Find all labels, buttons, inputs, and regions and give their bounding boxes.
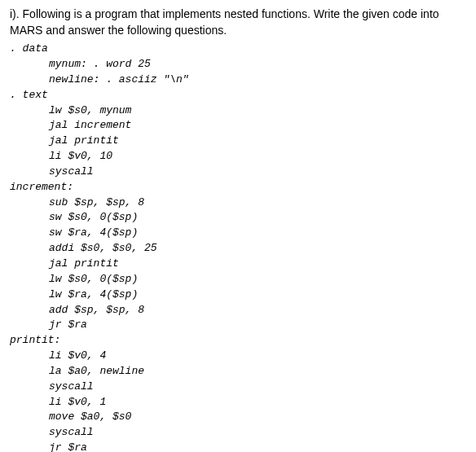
printit-instruction: li $v0, 4	[49, 349, 466, 364]
data-section-label: . data	[10, 42, 466, 57]
increment-instruction: lw $ra, 4($sp)	[49, 287, 466, 303]
increment-instruction: addi $s0, $s0, 25	[49, 241, 466, 257]
increment-instruction: jr $ra	[49, 318, 466, 333]
main-instruction: jal increment	[49, 118, 466, 134]
printit-instruction: la $a0, newline	[49, 364, 466, 380]
text-section-label: . text	[10, 88, 466, 103]
increment-instruction: add $sp, $sp, 8	[49, 303, 466, 318]
code-block: . data mynum: . word 25 newline: . ascii…	[10, 42, 466, 452]
printit-instruction: move $a0, $s0	[49, 410, 466, 425]
increment-instruction: sw $ra, 4($sp)	[49, 226, 466, 241]
printit-instruction: jr $ra	[49, 441, 466, 452]
increment-instruction: lw $s0, 0($sp)	[49, 272, 466, 287]
printit-label: printit:	[10, 333, 466, 349]
printit-instruction: syscall	[49, 425, 466, 441]
main-instruction: li $v0, 10	[49, 149, 466, 165]
printit-instruction: syscall	[49, 380, 466, 395]
increment-label: increment:	[10, 180, 466, 195]
main-instruction: syscall	[49, 165, 466, 180]
main-instruction: jal printit	[49, 134, 466, 149]
main-instruction: lw $s0, mynum	[49, 103, 466, 119]
printit-instruction: li $v0, 1	[49, 395, 466, 410]
increment-instruction: sub $sp, $sp, 8	[49, 195, 466, 211]
increment-instruction: sw $s0, 0($sp)	[49, 210, 466, 226]
increment-instruction: jal printit	[49, 257, 466, 272]
mynum-directive: mynum: . word 25	[49, 57, 466, 72]
newline-directive: newline: . asciiz "\n"	[49, 72, 466, 88]
question-prompt: i). Following is a program that implemen…	[10, 7, 466, 38]
